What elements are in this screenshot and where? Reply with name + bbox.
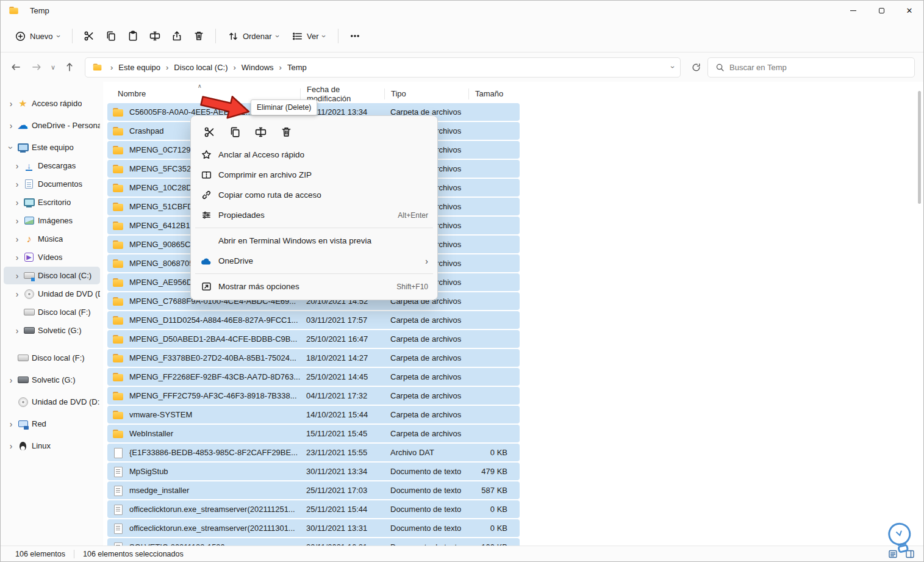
file-row[interactable]: MPENG_D11D0254-A884-46E8-827A-9FCC1...03…	[107, 311, 520, 329]
new-button[interactable]: Nuevo ›	[9, 26, 66, 46]
share-button[interactable]	[167, 26, 187, 46]
file-row[interactable]: MPENG_F3378BE0-27D2-40BA-85B1-75024...18…	[107, 349, 520, 367]
address-dropdown-chevron[interactable]: ›	[668, 66, 677, 68]
sidebar-item-m-sica[interactable]: ›Música	[4, 230, 100, 248]
sidebar-item-solvetic-g[interactable]: ›Solvetic (G:)	[4, 322, 100, 339]
sidebar-item-im-genes[interactable]: ›Imágenes	[4, 212, 100, 229]
search-box[interactable]	[707, 57, 915, 77]
chevron-right-icon[interactable]: ›	[6, 441, 16, 451]
scrollbar-thumb[interactable]	[918, 91, 921, 204]
sidebar-item-acceso-r-pido[interactable]: ›Acceso rápido	[4, 95, 100, 112]
copy-button[interactable]	[101, 26, 121, 46]
sidebar-item-label: Red	[32, 419, 46, 428]
sort-button[interactable]: Ordenar ›	[222, 26, 285, 46]
sidebar-item-unidad-de-dvd-d[interactable]: Unidad de DVD (D:	[4, 393, 100, 411]
column-header-date[interactable]: Fecha de modificación	[300, 88, 384, 99]
chevron-down-icon[interactable]: ›	[6, 143, 16, 153]
file-row[interactable]: msedge_installer25/11/2021 17:03Document…	[107, 481, 520, 499]
chevron-right-icon[interactable]: ›	[12, 216, 22, 226]
menu-item-pin-quick-access[interactable]: Anclar al Acceso rápido	[194, 145, 434, 165]
column-header-size[interactable]: Tamaño	[468, 88, 520, 99]
chevron-right-icon[interactable]: ›	[6, 99, 16, 109]
chevron-right-icon[interactable]: ›	[6, 121, 16, 131]
sidebar-item-unidad-de-dvd-d[interactable]: ›Unidad de DVD (D	[4, 285, 100, 303]
recent-locations-chevron[interactable]: ∨	[48, 58, 58, 76]
menu-item-copy-as-path[interactable]: Copiar como ruta de acceso	[194, 185, 434, 205]
desktop-icon	[23, 197, 35, 208]
up-button[interactable]	[60, 58, 79, 76]
menu-item-show-more-options[interactable]: Mostrar más opciones Shift+F10	[194, 276, 434, 297]
chevron-right-icon[interactable]: ›	[12, 271, 22, 281]
file-row[interactable]: officeclicktorun.exe_streamserver(202111…	[107, 519, 520, 537]
cut-button[interactable]	[79, 26, 99, 46]
sidebar-item-escritorio[interactable]: ›Escritorio	[4, 193, 100, 211]
view-button[interactable]: Ver ›	[286, 26, 332, 46]
chevron-right-icon[interactable]: ›	[12, 289, 22, 299]
title-bar[interactable]: Temp ✕	[1, 1, 923, 20]
breadcrumb-temp[interactable]: Temp	[284, 60, 310, 74]
more-options-button[interactable]	[345, 26, 365, 46]
sidebar-item-disco-local-f[interactable]: Disco local (F:)	[4, 303, 100, 321]
folder-icon	[112, 315, 124, 325]
column-header-type[interactable]: Tipo	[384, 88, 468, 99]
chevron-right-icon[interactable]: ›	[12, 179, 22, 189]
breadcrumb-este-equipo[interactable]: Este equipo	[115, 60, 164, 74]
copy-menu-button[interactable]	[224, 122, 245, 142]
address-bar[interactable]: › Este equipo › Disco local (C:) › Windo…	[85, 57, 681, 77]
file-row[interactable]: MPENG_FF2268EF-92BF-43CB-AA7D-8D763...25…	[107, 368, 520, 386]
menu-item-compress-zip[interactable]: Comprimir en archivo ZIP	[194, 165, 434, 185]
file-row[interactable]: vmware-SYSTEM14/10/2021 15:44Carpeta de …	[107, 406, 520, 423]
sidebar-item-onedrive-persona[interactable]: ›OneDrive - Persona	[4, 117, 100, 134]
sidebar-item-descargas[interactable]: ›Descargas	[4, 157, 100, 175]
menu-item-open-terminal[interactable]: Abrir en Terminal Windows en vista previ…	[194, 231, 434, 251]
file-row[interactable]: MPENG_FFF2C759-AF3C-46F3-8918-7B338...04…	[107, 387, 520, 405]
chevron-right-icon[interactable]: ›	[12, 161, 22, 171]
rename-menu-button[interactable]	[250, 122, 271, 142]
refresh-button[interactable]	[687, 58, 705, 76]
chevron-right-icon[interactable]: ›	[12, 326, 22, 336]
file-row[interactable]: MPENG_D50ABED1-2BA4-4CFE-BDBB-C9B...25/1…	[107, 330, 520, 348]
file-row[interactable]: {E1F33886-BEDB-4853-985C-8F2CAFF29BE...2…	[107, 444, 520, 461]
chevron-right-icon[interactable]: ›	[12, 253, 22, 262]
delete-menu-button[interactable]	[276, 122, 296, 142]
chevron-right-icon[interactable]: ›	[12, 198, 22, 207]
sidebar-item-label: Linux	[32, 441, 51, 450]
close-button[interactable]: ✕	[895, 1, 923, 20]
chevron-right-icon[interactable]: ›	[6, 375, 16, 385]
file-name: MPENG_D11D0254-A884-46E8-827A-9FCC1...	[129, 315, 300, 325]
paste-button[interactable]	[123, 26, 143, 46]
chevron-right-icon[interactable]: ›	[12, 234, 22, 244]
menu-item-onedrive[interactable]: OneDrive ›	[194, 251, 434, 271]
drivedark-icon	[17, 375, 29, 386]
file-row[interactable]: officeclicktorun.exe_streamserver(202111…	[107, 500, 520, 518]
search-input[interactable]	[729, 63, 907, 72]
rename-button[interactable]	[145, 26, 165, 46]
sidebar-item-disco-local-f[interactable]: Disco local (F:)	[4, 349, 100, 367]
sidebar-item-v-deos[interactable]: ›Vídeos	[4, 248, 100, 266]
document-icon	[23, 179, 35, 190]
sidebar-item-red[interactable]: ›Red	[4, 415, 100, 433]
folder-icon	[112, 391, 124, 401]
back-button[interactable]	[7, 58, 25, 76]
menu-item-properties[interactable]: Propiedades Alt+Enter	[194, 205, 434, 225]
file-date: 30/11/2021 13:31	[300, 524, 384, 533]
new-button-label: Nuevo	[30, 32, 53, 41]
cut-menu-button[interactable]	[199, 122, 220, 142]
breadcrumb-disco-local-c[interactable]: Disco local (C:)	[170, 60, 231, 74]
file-row[interactable]: MpSigStub30/11/2021 13:34Documento de te…	[107, 463, 520, 480]
red-arrow-annotation	[199, 92, 256, 124]
minimize-button[interactable]	[839, 1, 867, 20]
vertical-scrollbar[interactable]	[918, 87, 922, 544]
sidebar-item-solvetic-g[interactable]: ›Solvetic (G:)	[4, 371, 100, 389]
sidebar-item-este-equipo[interactable]: ›Este equipo	[4, 139, 100, 156]
sidebar-item-linux[interactable]: ›Linux	[4, 437, 100, 455]
delete-button[interactable]	[188, 26, 209, 46]
file-row[interactable]: WebInstaller15/11/2021 15:45Carpeta de a…	[107, 425, 520, 442]
sidebar-item-documentos[interactable]: ›Documentos	[4, 175, 100, 193]
sidebar-item-disco-local-c[interactable]: ›Disco local (C:)	[4, 267, 100, 284]
maximize-button[interactable]	[867, 1, 895, 20]
file-type: Carpeta de archivos	[384, 410, 468, 419]
chevron-right-icon[interactable]: ›	[6, 419, 16, 429]
forward-button[interactable]	[27, 58, 46, 76]
breadcrumb-windows[interactable]: Windows	[238, 60, 278, 74]
